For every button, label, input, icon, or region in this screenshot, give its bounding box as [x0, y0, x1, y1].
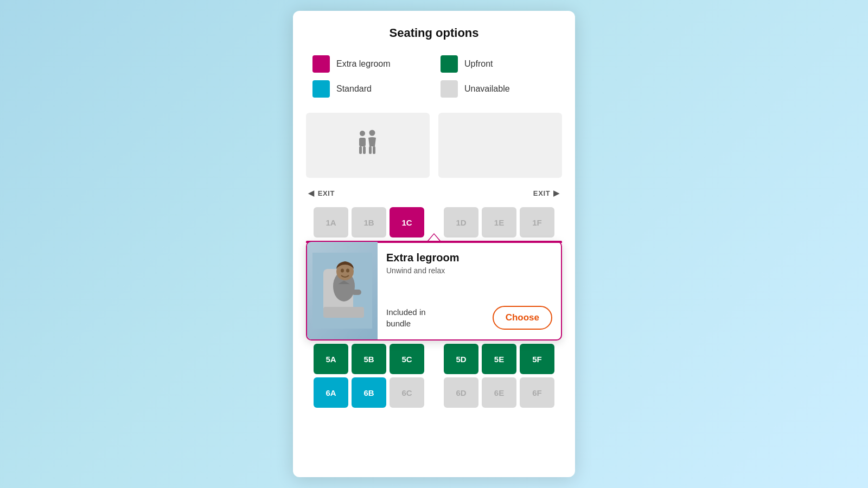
tooltip-image	[307, 242, 378, 339]
seat-6A[interactable]: 6A	[314, 377, 348, 408]
standard-label: Standard	[336, 84, 372, 94]
row-6: 6A 6B 6C 6D 6E 6F	[306, 377, 562, 408]
exit-right-arrow: ▶	[553, 189, 560, 197]
seat-5A[interactable]: 5A	[314, 344, 348, 374]
svg-rect-14	[352, 290, 361, 295]
legend-upfront: Upfront	[441, 55, 556, 73]
legend-extra-legroom: Extra legroom	[312, 55, 427, 73]
seat-5E[interactable]: 5E	[482, 344, 516, 374]
seat-1B[interactable]: 1B	[352, 207, 386, 237]
standard-swatch	[312, 80, 330, 98]
tooltip-subtitle: Unwind and relax	[386, 266, 552, 275]
exit-row: ◀ EXIT EXIT ▶	[306, 189, 562, 197]
seat-1F[interactable]: 1F	[520, 207, 554, 237]
seat-5F[interactable]: 5F	[520, 344, 554, 374]
svg-point-12	[341, 269, 344, 273]
seat-1C[interactable]: 1C	[390, 207, 424, 237]
row-5: 5A 5B 5C 5D 5E 5F	[306, 344, 562, 374]
svg-point-4	[369, 130, 375, 136]
unavailable-label: Unavailable	[464, 84, 510, 94]
exit-left-arrow: ◀	[308, 189, 315, 197]
seat-tooltip: Extra legroom Unwind and relax Included …	[306, 241, 562, 341]
svg-rect-6	[373, 146, 375, 154]
upfront-swatch	[441, 55, 458, 73]
unavailable-swatch	[441, 80, 458, 98]
seat-5D[interactable]: 5D	[444, 344, 478, 374]
seat-5B[interactable]: 5B	[352, 344, 386, 374]
legend-unavailable: Unavailable	[441, 80, 556, 98]
tooltip-footer: Included inbundle Choose	[386, 306, 552, 330]
exit-right: EXIT ▶	[533, 189, 560, 197]
toilet-icon	[352, 127, 384, 164]
svg-point-13	[346, 269, 349, 273]
modal-title: Seating options	[306, 26, 562, 40]
exit-left-label: EXIT	[318, 189, 335, 197]
seat-6C[interactable]: 6C	[390, 377, 424, 408]
exit-left: ◀ EXIT	[308, 189, 335, 197]
empty-facility-box	[438, 113, 562, 178]
lavatory-box	[306, 113, 430, 178]
seat-5C[interactable]: 5C	[390, 344, 424, 374]
seat-6F[interactable]: 6F	[520, 377, 554, 408]
svg-rect-3	[363, 146, 366, 154]
seat-1E[interactable]: 1E	[482, 207, 516, 237]
legend-standard: Standard	[312, 80, 427, 98]
seat-1D[interactable]: 1D	[444, 207, 478, 237]
svg-rect-9	[323, 307, 364, 318]
choose-button[interactable]: Choose	[493, 306, 552, 330]
seating-modal: Seating options Extra legroom Upfront St…	[293, 11, 575, 477]
facility-row	[306, 113, 562, 178]
svg-point-0	[360, 131, 365, 136]
seat-tooltip-container: Extra legroom Unwind and relax Included …	[306, 241, 562, 341]
tooltip-pointer-inner	[429, 234, 439, 241]
seat-6B[interactable]: 6B	[352, 377, 386, 408]
tooltip-pointer	[427, 233, 441, 241]
tooltip-content: Extra legroom Unwind and relax Included …	[378, 242, 561, 339]
extra-legroom-swatch	[312, 55, 330, 73]
seat-6D[interactable]: 6D	[444, 377, 478, 408]
seat-1A[interactable]: 1A	[314, 207, 348, 237]
svg-rect-5	[369, 146, 372, 154]
svg-rect-1	[359, 138, 366, 146]
seat-6E[interactable]: 6E	[482, 377, 516, 408]
svg-rect-2	[359, 146, 362, 154]
upfront-label: Upfront	[464, 59, 493, 69]
exit-right-label: EXIT	[533, 189, 551, 197]
tooltip-title: Extra legroom	[386, 252, 552, 264]
legend: Extra legroom Upfront Standard Unavailab…	[306, 55, 562, 98]
tooltip-price: Included inbundle	[386, 306, 426, 329]
extra-legroom-label: Extra legroom	[336, 59, 391, 69]
